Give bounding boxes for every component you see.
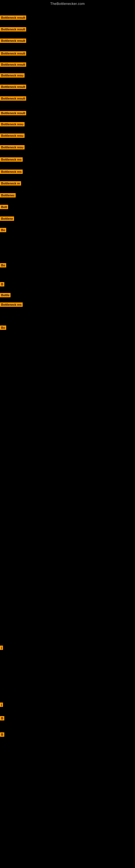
bottleneck-label-6: Bottleneck result	[0, 85, 26, 90]
bottleneck-label-19: Bo	[0, 263, 6, 269]
bottleneck-label-11: Bottleneck resu	[0, 145, 25, 151]
bottleneck-label-1: Bottleneck result	[0, 27, 26, 33]
bottleneck-label-13: Bottleneck res	[0, 169, 23, 175]
bottleneck-label-25: |	[0, 703, 3, 708]
bottleneck-label-23: Bo	[0, 326, 6, 331]
bottleneck-label-17: Bottlene	[0, 216, 14, 222]
bottleneck-label-22: Bottleneck res	[0, 303, 23, 308]
bottleneck-label-21: Bottle	[0, 293, 10, 299]
bottleneck-label-7: Bottleneck result	[0, 96, 26, 102]
bottleneck-label-27: B	[0, 733, 4, 738]
bottleneck-label-16: Bott	[0, 205, 8, 210]
bottleneck-label-15: Bottlenec	[0, 193, 16, 198]
bottleneck-label-18: Bo	[0, 228, 6, 233]
bottleneck-label-5: Bottleneck resu	[0, 73, 25, 79]
site-title: TheBottlenecker.com	[0, 0, 135, 7]
bottleneck-label-24: |	[0, 646, 3, 651]
bottleneck-label-20: B	[0, 282, 4, 287]
bottleneck-label-2: Bottleneck result	[0, 38, 26, 44]
bottleneck-label-0: Bottleneck result	[0, 16, 26, 21]
bottleneck-label-14: Bottleneck re	[0, 181, 21, 187]
bottleneck-label-26: B	[0, 716, 4, 721]
bottleneck-label-4: Bottleneck result	[0, 62, 26, 68]
bottleneck-label-10: Bottleneck resu	[0, 133, 25, 139]
bottleneck-label-8: Bottleneck result	[0, 111, 26, 116]
bottleneck-label-12: Bottleneck res	[0, 157, 23, 163]
bottleneck-label-3: Bottleneck result	[0, 51, 26, 57]
bottleneck-label-9: Bottleneck resu	[0, 122, 25, 127]
